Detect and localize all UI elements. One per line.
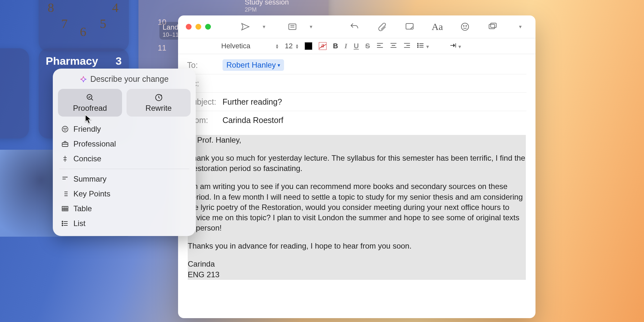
svg-point-13: [64, 128, 64, 129]
subject-value: Further reading?: [223, 97, 282, 107]
svg-point-2: [461, 23, 469, 31]
svg-rect-1: [406, 24, 413, 29]
bold-button[interactable]: B: [333, 42, 338, 50]
rewrite-label: Rewrite: [146, 104, 172, 113]
header-fields: To: Robert Hanley Cc: Subject: Further r…: [178, 54, 535, 129]
header-fields-chevron[interactable]: ▼: [304, 19, 318, 34]
writing-tools-describe[interactable]: Describe your change: [58, 74, 191, 84]
svg-rect-5: [489, 24, 495, 29]
svg-rect-16: [62, 206, 68, 211]
align-center-button[interactable]: [390, 42, 397, 50]
markup-button[interactable]: [402, 19, 417, 34]
font-size-stepper[interactable]: 12▴▾: [285, 42, 298, 50]
body-paragraph-3: Thanks you in advance for reading, I hop…: [188, 241, 526, 251]
svg-point-4: [466, 25, 467, 26]
magnifier-check-icon: [86, 93, 94, 102]
subject-row[interactable]: Subject: Further reading?: [187, 93, 526, 111]
svg-point-17: [62, 221, 63, 222]
tone-professional[interactable]: Professional: [59, 137, 190, 151]
body-paragraph-1: Thank you so much for yesterday lecture.…: [188, 153, 526, 174]
from-row[interactable]: From: Carinda Roestorf: [187, 111, 526, 129]
format-toolbar: Helvetica▴▾ 12▴▾ a B I U S ▼ ▼: [178, 38, 535, 54]
table-icon: [61, 205, 69, 213]
calendar-event-study: Study session 2PM: [245, 0, 289, 13]
photo-browser-button[interactable]: [485, 19, 500, 34]
from-value: Carinda Roestorf: [223, 116, 283, 125]
cc-row[interactable]: Cc:: [187, 74, 526, 93]
proofread-button[interactable]: Proofread: [58, 89, 122, 117]
format-button[interactable]: Aa: [430, 19, 445, 34]
svg-rect-15: [62, 143, 68, 147]
briefcase-icon: [61, 140, 69, 148]
writing-tools-popover: Describe your change Proofread Rewrite F…: [53, 69, 196, 236]
strikethrough-button[interactable]: S: [365, 42, 370, 50]
format-summary[interactable]: Summary: [59, 172, 190, 186]
recipient-chip[interactable]: Robert Hanley: [223, 59, 284, 71]
emoji-button[interactable]: [458, 19, 472, 34]
smile-icon: [61, 125, 69, 133]
send-button[interactable]: [238, 19, 253, 34]
svg-point-19: [62, 225, 63, 226]
body-greeting: Hi Prof. Hanley,: [188, 135, 526, 145]
list-style-button[interactable]: ▼: [417, 42, 430, 50]
window-minimize-button[interactable]: [195, 24, 201, 30]
to-row[interactable]: To: Robert Hanley: [187, 56, 526, 74]
window-titlebar: ▼ ▼ Aa ▼: [178, 15, 535, 38]
font-family-select[interactable]: Helvetica▴▾: [221, 42, 278, 50]
body-signature-name: Carinda: [188, 259, 526, 269]
svg-rect-0: [289, 24, 296, 30]
header-fields-button[interactable]: [285, 19, 300, 34]
svg-rect-6: [491, 23, 497, 28]
message-body[interactable]: Hi Prof. Hanley, Thank you so much for y…: [178, 129, 535, 286]
widget-partial: [0, 48, 29, 138]
svg-point-3: [463, 25, 464, 26]
writing-tools-menu: Friendly Professional Concise Summary Ke…: [58, 120, 191, 233]
format-keypoints[interactable]: Key Points: [59, 186, 190, 201]
svg-point-14: [66, 128, 66, 129]
proofread-label: Proofread: [73, 104, 107, 113]
format-table[interactable]: Table: [59, 201, 190, 216]
summary-icon: [61, 175, 69, 183]
rewrite-button[interactable]: Rewrite: [127, 89, 191, 117]
calendar-hour-11: 11: [158, 43, 166, 52]
svg-point-18: [62, 223, 63, 224]
bg-color-button[interactable]: a: [319, 42, 327, 50]
window-zoom-button[interactable]: [205, 24, 211, 30]
clock-widget: 8 7 6 5 4: [39, 0, 129, 52]
svg-point-12: [62, 126, 68, 132]
photo-browser-chevron[interactable]: ▼: [513, 19, 528, 34]
text-color-button[interactable]: [305, 42, 312, 50]
underline-button[interactable]: U: [354, 42, 359, 50]
italic-button[interactable]: I: [345, 42, 347, 50]
undo-button[interactable]: [347, 19, 362, 34]
body-paragraph-2: I'm am writing you to see if you can rec…: [188, 181, 526, 233]
svg-point-7: [417, 43, 418, 44]
rewrite-icon: [155, 93, 163, 102]
align-right-button[interactable]: [403, 42, 411, 50]
format-list[interactable]: List: [59, 216, 190, 231]
svg-point-8: [417, 45, 418, 46]
window-close-button[interactable]: [186, 24, 192, 30]
keypoints-icon: [61, 190, 69, 198]
mail-compose-window: ▼ ▼ Aa ▼ Helve: [178, 15, 535, 318]
send-menu-chevron[interactable]: ▼: [257, 19, 271, 34]
sparkle-icon: [80, 76, 87, 83]
list-icon: [61, 220, 69, 227]
align-left-button[interactable]: [376, 42, 384, 50]
body-signature-course: ENG 213: [188, 270, 526, 280]
tone-friendly[interactable]: Friendly: [59, 122, 190, 137]
svg-point-9: [417, 47, 418, 48]
compress-icon: [61, 155, 69, 163]
to-label: To:: [187, 61, 223, 70]
tone-concise[interactable]: Concise: [59, 151, 190, 166]
writing-tools-header-label: Describe your change: [90, 74, 168, 84]
indent-button[interactable]: ▼: [449, 42, 462, 50]
attach-button[interactable]: [374, 19, 389, 34]
